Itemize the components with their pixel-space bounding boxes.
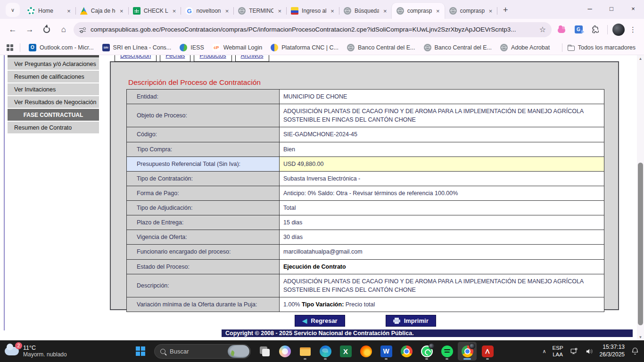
tab-title: TERMINO [249,8,273,14]
copilot-taskbar-button[interactable] [275,342,294,361]
whatsapp-taskbar-button[interactable] [417,342,436,361]
tab-title: comprasp [407,8,432,14]
task-view-taskbar-button[interactable] [255,342,274,361]
tab-close-icon[interactable]: × [277,8,282,15]
sidebar-item[interactable]: Resumen de calificaciones [8,71,99,82]
browser-tab[interactable]: TERMINO× [233,3,286,19]
word-taskbar-button[interactable]: W [377,342,396,361]
browser-tab[interactable]: CHECK LIS× [128,3,181,19]
browser-tab[interactable]: Ingreso al× [286,3,339,19]
browser-menu-button[interactable]: ⋮ [627,25,638,34]
bookmark-item[interactable]: OOutlook.com - Micr... [27,42,96,53]
taskbar-search[interactable]: Buscar [154,344,251,359]
weather-widget[interactable]: 2 11°C Mayorm. nublado [5,340,67,362]
bookmark-item[interactable]: Banco Central del E... [345,42,417,53]
bookmark-item[interactable]: Banco Central del E... [422,42,494,53]
sidebar-item[interactable]: Ver Resultados de Negociación [8,96,99,108]
hidden-icons-chevron[interactable]: ∧ [543,348,546,354]
file-explorer-taskbar-button[interactable] [296,342,314,361]
process-tab[interactable]: Descripción [115,55,157,62]
acrobat-taskbar-button[interactable]: ꓥ [478,342,497,361]
back-button[interactable]: ← [6,23,20,37]
volume-icon[interactable] [585,347,594,355]
bookmark-item[interactable]: SRISRI en Línea - Cons... [100,42,173,53]
browser-tab[interactable]: Gnoveltoon× [181,3,233,19]
outlook-icon: O [29,44,36,51]
edge-taskbar-button[interactable] [316,342,335,361]
browser-tab[interactable]: comprasp× [445,3,497,19]
tab-close-icon[interactable]: × [119,8,124,15]
process-sidebar: Ver Preguntas y/ó AclaracionesResumen de… [8,55,99,134]
bookmark-item[interactable]: Adobe Acrobat [498,42,552,53]
sidebar-item[interactable]: Ver Invitaciones [8,83,99,95]
bookmark-label: Banco Central del E... [358,44,415,51]
minimize-button[interactable]: ─ [579,0,601,17]
scrollbar-thumb[interactable] [638,163,643,325]
table-row: Forma de Pago:Anticipo: 0% Saldo: Otra -… [127,186,604,201]
tab-close-icon[interactable]: × [382,8,388,15]
start-button[interactable] [131,342,150,361]
process-tab[interactable]: Archivos [235,55,269,62]
apps-grid-icon[interactable] [7,44,13,51]
browser-tab[interactable]: Búsqueda× [339,3,392,19]
regresar-button[interactable]: ◀ Regresar [295,315,345,327]
notifications-bell-icon[interactable] [631,347,639,355]
process-tab[interactable]: Fechas [160,55,190,62]
bookmark-star-icon[interactable]: ☆ [539,25,546,34]
site-settings-icon[interactable] [79,27,86,33]
section-heading: Descripción del Proceso de Contratación [128,78,261,87]
process-tab[interactable]: Productos [194,55,231,62]
address-bar[interactable]: compraspublicas.gob.ec/ProcesoContrataci… [74,22,552,37]
search-highlight-image[interactable] [228,345,249,358]
tab-close-icon[interactable]: × [330,8,335,15]
tab-close-icon[interactable]: × [224,8,230,15]
browser-tab-bar: ∨ Home×Caja de he×CHECK LIS×Gnoveltoon×T… [0,0,644,19]
new-tab-button[interactable]: + [499,3,512,16]
running-indicator [304,358,306,360]
weather-extension-button[interactable] [554,23,569,37]
url-text[interactable]: compraspublicas.gob.ec/ProcesoContrataci… [91,26,535,33]
maximize-button[interactable]: □ [601,0,622,17]
sidebar-item[interactable]: Ver Preguntas y/ó Aclaraciones [8,58,99,70]
tab-search-button[interactable]: ∨ [6,3,20,17]
tab-close-icon[interactable]: × [66,8,72,15]
excel-taskbar-button[interactable]: X [336,342,355,361]
extensions-button[interactable] [588,23,603,37]
tab-close-icon[interactable]: × [172,8,177,15]
all-bookmarks[interactable]: Todos los marcadores [559,42,637,53]
bookmark-item[interactable]: IESS [178,42,206,53]
browser-tab[interactable]: Home× [23,3,75,19]
network-icon[interactable] [570,347,578,355]
bookmark-label: IESS [190,44,204,51]
reload-button[interactable] [40,23,54,37]
reload-icon [43,26,50,33]
row-value: 1.00% Tipo Variación: Precio total [280,297,604,312]
bookmark-item[interactable]: cPWebmail Login [211,42,264,53]
tab-close-icon[interactable]: × [488,8,494,15]
scroll-down-arrow[interactable]: ▼ [637,334,644,340]
scroll-up-arrow[interactable]: ▲ [637,55,644,62]
browser-tab[interactable]: Caja de he× [75,3,128,19]
table-row: Código:SIE-GADMCHONE-2024-45 [127,127,604,142]
profile-avatar[interactable] [612,24,625,36]
tab-title: noveltoon [196,8,221,14]
page-scrollbar[interactable]: ▲ ▼ [637,55,644,340]
language-indicator[interactable]: ESP LAA [553,345,563,358]
sidebar-item[interactable]: Resumen de Contrato [8,122,99,133]
close-button[interactable]: × [622,0,644,17]
chrome-profile-taskbar-button[interactable] [458,342,477,361]
forward-button[interactable]: → [23,23,37,37]
running-indicator [446,358,448,360]
home-button[interactable]: ⌂ [57,23,71,37]
chrome-taskbar-button[interactable] [397,342,416,361]
browser-tab[interactable]: comprasp× [392,3,445,19]
translate-extension-button[interactable]: G [571,23,586,37]
clock[interactable]: 15:37:13 26/3/2025 [600,344,625,358]
spotify-taskbar-button[interactable] [438,342,456,361]
temperature: 11°C [23,345,67,351]
cloud-icon: 2 [5,347,19,355]
imprimir-button[interactable]: Imprimir [386,315,436,327]
tab-close-icon[interactable]: × [435,8,441,15]
bookmark-item[interactable]: Plataforma CNC | C... [269,42,340,53]
firefox-taskbar-button[interactable] [356,342,375,361]
